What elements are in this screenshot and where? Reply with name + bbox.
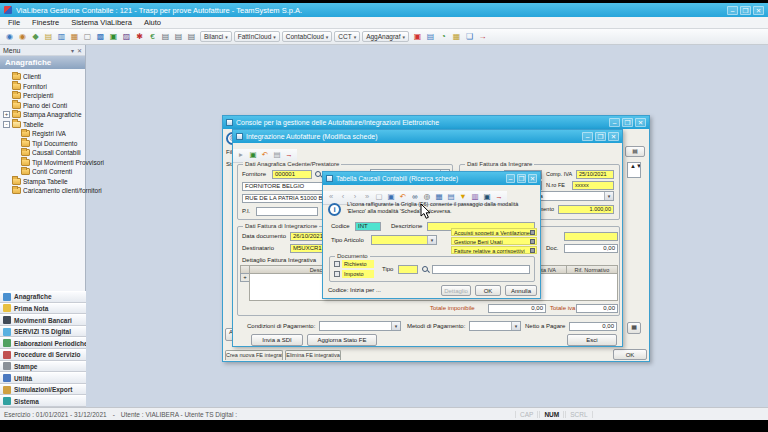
option-fatture-relative-a-corrispettivi[interactable]: Fatture relative a corrispettivi <box>451 246 537 254</box>
collapse-icon[interactable]: - <box>3 121 10 128</box>
clienti-icon[interactable]: ◉ <box>4 31 15 42</box>
integrazione-maximize-button[interactable]: ❒ <box>595 132 606 141</box>
annulla-button[interactable]: Annulla <box>505 285 537 296</box>
tipo-articolo-combo[interactable] <box>371 235 437 245</box>
piano-conti-icon[interactable]: ▤ <box>43 31 54 42</box>
sidebar-item-clienti[interactable]: Clienti <box>3 72 85 82</box>
registri-icon[interactable]: ▨ <box>121 31 132 42</box>
sidebar-close-icon[interactable]: ✕ <box>77 47 82 54</box>
sidebar-item-tabelle[interactable]: -Tabelle <box>3 120 85 130</box>
checkbox-icon[interactable] <box>530 248 535 253</box>
pi-field[interactable] <box>256 207 318 216</box>
integrazione-minimize-button[interactable]: – <box>582 132 593 141</box>
integrazione-titlebar[interactable]: Integrazione Autofatture (Modifica sched… <box>233 130 622 143</box>
toolbar-dropdown-cct[interactable]: CCT▾ <box>334 31 360 42</box>
console-rail-button-top[interactable]: ▤ <box>625 146 645 157</box>
save-icon[interactable]: ▣ <box>248 150 258 160</box>
euro-icon[interactable]: € <box>147 31 158 42</box>
stampa-2-icon[interactable]: ▤ <box>173 31 184 42</box>
undo-icon[interactable]: ↶ <box>260 150 270 160</box>
sidebar-item-piano-dei-conti[interactable]: Piano dei Conti <box>3 101 85 111</box>
toolbar-dropdown-agganagraf[interactable]: AggAnagraf▾ <box>362 31 409 42</box>
toolbar-dropdown-bilanci[interactable]: Bilanci▾ <box>200 31 232 42</box>
causali-close-button[interactable]: ✕ <box>528 174 537 183</box>
invia-sdi-button[interactable]: Invia a SDI <box>251 334 303 346</box>
integrazione-extra-field[interactable] <box>564 232 618 241</box>
metodi-pagamento-combo[interactable] <box>469 321 521 331</box>
esci-button[interactable]: Esci <box>567 334 617 346</box>
sidebar-button-sistema[interactable]: Sistema <box>0 395 86 407</box>
menu-finestre[interactable]: Finestre <box>32 18 59 27</box>
console-rail-button-bottom[interactable]: ▦ <box>627 322 641 334</box>
griglia-icon[interactable]: ▩ <box>95 31 106 42</box>
sidebar-button-utilit-[interactable]: Utilità <box>0 372 86 384</box>
sidebar-button-prima-nota[interactable]: Prima Nota <box>0 303 86 315</box>
menu-sistema-vialibera[interactable]: Sistema ViaLibera <box>71 18 132 27</box>
causali-ok-button[interactable]: OK <box>475 285 501 296</box>
minimize-button[interactable]: – <box>727 6 738 15</box>
sidebar-item-causali-contabili[interactable]: Causali Contabili <box>3 148 85 158</box>
close-button[interactable]: ✕ <box>753 6 764 15</box>
comp-iva-field[interactable]: 25/10/2021 <box>576 170 614 179</box>
sidebar-button-simulazioni-export[interactable]: Simulazioni/Export <box>0 384 86 396</box>
apri-icon[interactable]: ▦ <box>69 31 80 42</box>
sidebar-item-stampa-tabelle[interactable]: Stampa Tabelle <box>3 177 85 187</box>
checkbox-icon[interactable] <box>530 230 535 235</box>
percipienti-icon[interactable]: ◆ <box>30 31 41 42</box>
sidebar-button-movimenti-bancari[interactable]: Movimenti Bancari <box>0 314 86 326</box>
causali-maximize-button[interactable]: ❒ <box>517 174 526 183</box>
console-maximize-button[interactable]: ❒ <box>622 118 633 127</box>
sheet-icon[interactable]: ▤ <box>272 150 282 160</box>
main-titlebar[interactable]: ViaLibera Gestione Contabile : 121 - Tra… <box>0 3 768 17</box>
doc-field[interactable]: 0,00 <box>564 244 618 253</box>
run-icon[interactable]: ▸ <box>236 150 246 160</box>
archivio-icon[interactable]: ▦ <box>451 31 462 42</box>
option-gestione-beni-usati[interactable]: Gestione Beni Usati <box>451 237 537 245</box>
console-rail-spinner[interactable]: ▲▼ <box>627 162 641 178</box>
stampa-3-icon[interactable]: ▤ <box>186 31 197 42</box>
aggiorna-stato-fe-button[interactable]: Aggiorna Stato FE <box>307 334 377 346</box>
prima-nota-icon[interactable]: ▥ <box>56 31 67 42</box>
nro-fe-field[interactable]: xxxxx <box>572 181 614 190</box>
salva-icon[interactable]: ▣ <box>108 31 119 42</box>
sidebar-pin-icon[interactable]: ▾ <box>71 47 74 54</box>
sidebar-item-fornitori[interactable]: Fornitori <box>3 82 85 92</box>
sidebar-button-elaborazioni-periodiche[interactable]: Elaborazioni Periodiche <box>0 337 86 349</box>
fornitore-field[interactable]: 000001 <box>272 170 312 179</box>
ts-digital-icon[interactable]: ▣ <box>412 31 423 42</box>
integrazione-close-button[interactable]: ✕ <box>608 132 619 141</box>
console-tab-elimina-fe[interactable]: Elimina FE integrativa <box>285 350 341 360</box>
console-tab-crea-fe[interactable]: Crea nuova FE integrativa <box>225 350 283 360</box>
totale-documento-field[interactable]: 1.000,00 <box>558 205 614 214</box>
nuovo-icon[interactable]: ▢ <box>82 31 93 42</box>
finestre-icon[interactable]: ❏ <box>464 31 475 42</box>
console-titlebar[interactable]: Console per la gestione delle Autofattur… <box>223 116 649 129</box>
tipo-search-icon[interactable] <box>422 266 430 274</box>
menu-file[interactable]: File <box>8 18 20 27</box>
console-icon[interactable]: ◔ <box>438 31 449 42</box>
console-minimize-button[interactable]: – <box>609 118 620 127</box>
sidebar-item-registri-iva[interactable]: Registri IVA <box>3 129 85 139</box>
sidebar-item-caricamento-clienti-fornitori[interactable]: Caricamento clienti/fornitori <box>3 186 85 196</box>
sidebar-item-stampa-anagrafiche[interactable]: +Stampa Anagrafiche <box>3 110 85 120</box>
condizioni-pagamento-combo[interactable] <box>319 321 401 331</box>
toolbar-dropdown-contabcloud[interactable]: ContabCloud▾ <box>282 31 332 42</box>
causali-titlebar[interactable]: Tabella Causali Contabili (Ricerca sched… <box>323 172 540 185</box>
tipo-field[interactable] <box>398 265 418 274</box>
maximize-button[interactable]: ❒ <box>740 6 751 15</box>
sidebar-item-tipi-movimenti-provvisori[interactable]: Tipi Movimenti Provvisori <box>3 158 85 168</box>
esci-icon[interactable]: → <box>477 31 488 42</box>
calcola-icon[interactable]: ✱ <box>134 31 145 42</box>
imposto-checkbox[interactable] <box>334 271 340 277</box>
causali-minimize-button[interactable]: – <box>506 174 515 183</box>
sidebar-item-conti-correnti[interactable]: Conti Correnti <box>3 167 85 177</box>
sidebar-button-procedure-di-servizio[interactable]: Procedure di Servizio <box>0 349 86 361</box>
fornitori-icon[interactable]: ◉ <box>17 31 28 42</box>
sidebar-button-servizi-ts-digital[interactable]: SERVIZI TS Digital <box>0 326 86 338</box>
sidebar-item-tipi-documento[interactable]: Tipi Documento <box>3 139 85 149</box>
mail-icon[interactable]: ▤ <box>425 31 436 42</box>
richiesto-checkbox[interactable] <box>334 261 340 267</box>
exit-icon[interactable]: → <box>284 150 294 160</box>
console-ok-button[interactable]: OK <box>613 349 647 360</box>
expand-icon[interactable]: + <box>3 111 10 118</box>
